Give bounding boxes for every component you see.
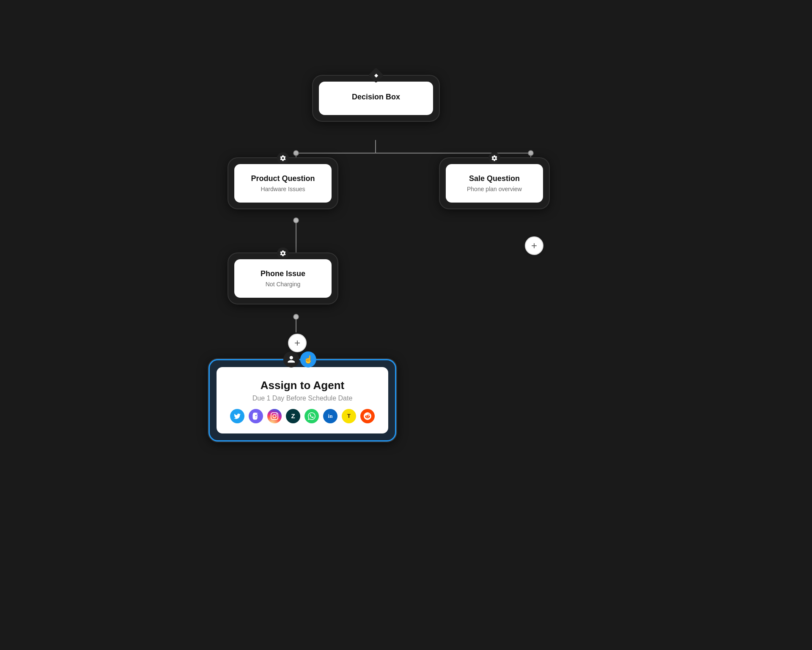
product-question-node[interactable]: Product Question Hardware Issues xyxy=(228,158,337,208)
phone-issue-title: Phone Issue xyxy=(246,269,320,278)
sale-question-subtitle: Phone plan overview xyxy=(458,186,531,192)
sale-question-title: Sale Question xyxy=(458,174,531,183)
whatsapp-icon xyxy=(304,409,319,423)
agent-icon xyxy=(283,351,299,368)
product-question-subtitle: Hardware Issues xyxy=(246,186,320,192)
svg-point-7 xyxy=(528,151,533,156)
viber-icon xyxy=(249,409,263,423)
phone-gear-icon xyxy=(277,247,289,259)
kakaotalk-icon: T xyxy=(342,409,356,423)
sale-gear-icon xyxy=(488,152,500,164)
assign-to-agent-subtitle: Due 1 Day Before Schedule Date xyxy=(230,395,375,402)
linkedin-icon: in xyxy=(323,409,337,423)
add-below-phone-button[interactable]: + xyxy=(288,334,307,352)
add-below-sale-button[interactable]: + xyxy=(525,236,543,255)
twitter-icon xyxy=(230,409,244,423)
hand-icon: ☝️ xyxy=(300,351,316,368)
instagram-icon xyxy=(267,409,282,423)
svg-point-8 xyxy=(294,218,299,223)
svg-point-6 xyxy=(294,151,299,156)
decision-box-node[interactable]: ◆ Decision Box xyxy=(313,76,439,121)
assign-top-icons: ☝️ xyxy=(283,351,316,368)
plus-icon-sale: + xyxy=(531,240,537,252)
product-question-title: Product Question xyxy=(246,174,320,183)
zendesk-icon: Z xyxy=(286,409,300,423)
phone-issue-node[interactable]: Phone Issue Not Charging xyxy=(228,253,337,304)
reddit-icon xyxy=(360,409,375,423)
plus-icon: + xyxy=(294,337,300,349)
product-gear-icon xyxy=(277,152,289,164)
assign-to-agent-node[interactable]: ☝️ Assign to Agent Due 1 Day Before Sche… xyxy=(208,359,396,442)
assign-to-agent-title: Assign to Agent xyxy=(230,379,375,392)
phone-issue-subtitle: Not Charging xyxy=(246,281,320,288)
sale-question-node[interactable]: Sale Question Phone plan overview xyxy=(440,158,549,208)
social-icons-row: Z in T xyxy=(230,409,375,423)
diamond-icon: ◆ xyxy=(370,70,381,81)
decision-box-title: Decision Box xyxy=(336,93,416,101)
svg-point-9 xyxy=(294,314,299,319)
